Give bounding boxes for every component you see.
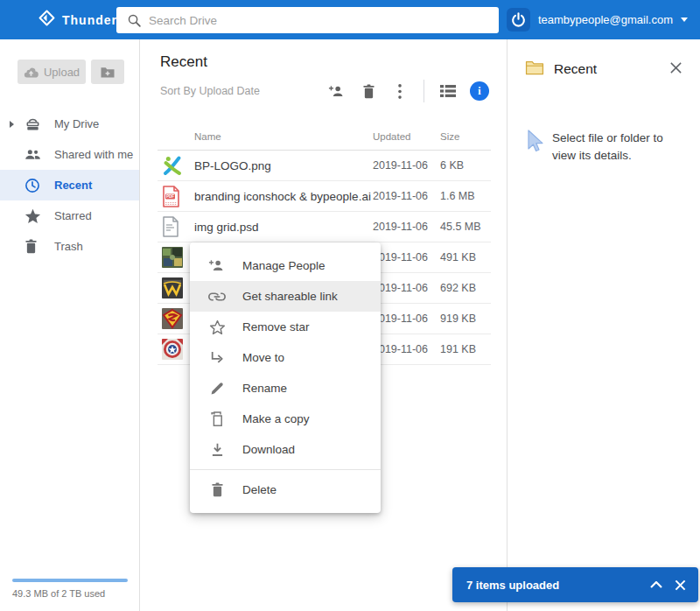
menu-item-download[interactable]: Download (190, 434, 381, 465)
list-view-button[interactable] (437, 80, 459, 102)
upload-snackbar: 7 items uploaded (452, 567, 698, 602)
sort-by-control[interactable]: Sort By Upload Date (160, 85, 260, 97)
table-row[interactable]: PDF branding iconshock & bypeople.ai 201… (158, 181, 491, 212)
menu-item-make-a-copy[interactable]: Make a copy (190, 404, 381, 434)
table-row[interactable]: img grid.psd 2019-11-06 45.5 MB (158, 212, 491, 242)
details-title: Recent (554, 61, 597, 77)
close-snackbar-button[interactable] (675, 579, 686, 591)
sidebar-item-label: Recent (54, 179, 92, 192)
account-menu[interactable]: teambypeople@gmail.com (507, 0, 688, 39)
new-folder-button[interactable] (91, 60, 124, 84)
sidebar-item-my-drive[interactable]: My Drive (0, 109, 139, 139)
generic-file-icon (158, 216, 194, 237)
column-header-size[interactable]: Size (440, 131, 491, 142)
link-icon (206, 292, 228, 301)
sidebar-actions: Upload (0, 39, 139, 109)
person-add-icon (328, 85, 346, 98)
download-icon (206, 443, 228, 457)
delete-button[interactable] (357, 80, 380, 102)
menu-item-manage-people[interactable]: Manage People (190, 250, 381, 281)
file-size: 191 KB (440, 343, 491, 355)
star-icon (23, 208, 54, 224)
column-header-name[interactable]: Name (194, 131, 373, 142)
avatar (507, 8, 530, 32)
storage-indicator: 49.3 MB of 2 TB used (12, 579, 128, 599)
sidebar: Upload My Drive (0, 39, 140, 611)
sidebar-item-label: Shared with me (54, 148, 133, 161)
image-thumbnail-captain-america (158, 339, 194, 360)
storage-progress-bar (12, 579, 128, 582)
more-options-button[interactable] (388, 80, 411, 102)
info-button[interactable]: i (468, 80, 491, 102)
file-name: branding iconshock & bypeople.ai (194, 190, 373, 203)
manage-people-button[interactable] (326, 80, 348, 102)
sidebar-item-starred[interactable]: Starred (0, 200, 139, 231)
topbar: ThunderDrive teambypeople@gmail.com (0, 0, 700, 39)
file-name: BP-LOGO.png (194, 159, 373, 172)
file-updated: 2019-11-06 (373, 313, 440, 325)
close-icon (669, 61, 682, 74)
column-header-updated[interactable]: Updated (373, 131, 440, 142)
trash-icon (23, 239, 54, 254)
thunderdrive-diamond-icon (38, 10, 55, 30)
more-vert-icon (398, 84, 402, 99)
table-row[interactable]: BP-LOGO.png 2019-11-06 6 KB (158, 151, 491, 181)
sidebar-item-label: Starred (54, 209, 92, 222)
menu-item-delete[interactable]: Delete (190, 474, 381, 505)
file-name: img grid.psd (194, 221, 373, 234)
folder-icon (525, 60, 544, 79)
person-add-icon (206, 259, 228, 272)
file-updated: 2019-11-06 (373, 159, 440, 172)
context-menu: Manage People Get shareable link Remove … (190, 242, 381, 513)
sidebar-item-recent[interactable]: Recent (0, 170, 139, 200)
search-input[interactable] (149, 14, 499, 27)
pdf-file-icon: PDF (158, 186, 194, 207)
file-size: 491 KB (440, 251, 491, 263)
close-details-button[interactable] (668, 60, 684, 79)
menu-item-get-shareable-link[interactable]: Get shareable link (190, 281, 381, 312)
file-updated: 2019-11-06 (373, 251, 440, 263)
file-size: 1.6 MB (440, 190, 491, 202)
close-icon (675, 579, 686, 591)
menu-item-move-to[interactable]: Move to (190, 342, 381, 373)
collapse-snackbar-button[interactable] (650, 581, 662, 588)
pencil-icon (206, 382, 228, 396)
file-size: 45.5 MB (440, 221, 491, 233)
toolbar: Sort By Upload Date (140, 71, 507, 111)
details-panel: Recent Select file or folder to view its… (508, 39, 700, 611)
details-header: Recent (508, 39, 700, 79)
file-size: 6 KB (440, 159, 491, 172)
trash-icon (362, 84, 375, 99)
table-header: Name Updated Size (158, 123, 491, 151)
sidebar-item-trash[interactable]: Trash (0, 231, 139, 262)
menu-divider (190, 469, 381, 470)
image-thumbnail-comic (158, 247, 194, 268)
snackbar-text: 7 items uploaded (466, 579, 559, 592)
drive-icon (23, 116, 54, 131)
toolbar-divider (424, 80, 424, 102)
sidebar-item-shared-with-me[interactable]: Shared with me (0, 139, 139, 170)
chevron-up-icon (650, 581, 662, 588)
menu-item-rename[interactable]: Rename (190, 373, 381, 404)
clock-icon (23, 178, 54, 193)
power-icon (511, 12, 526, 27)
image-thumbnail-superman (158, 308, 194, 329)
details-empty-state: Select file or folder to view its detail… (508, 79, 700, 164)
page-title: Recent (140, 39, 507, 71)
image-thumbnail-wonder-woman (158, 277, 194, 298)
folder-plus-icon (100, 66, 116, 79)
file-updated: 2019-11-06 (373, 282, 440, 294)
star-outline-icon (206, 320, 228, 335)
file-updated: 2019-11-06 (373, 343, 440, 355)
search-icon (127, 13, 142, 28)
sidebar-item-label: My Drive (54, 117, 99, 130)
bp-logo-file-icon (158, 155, 194, 176)
copy-icon (206, 411, 228, 427)
delete-icon (206, 482, 228, 497)
file-updated: 2019-11-06 (373, 221, 440, 233)
upload-button[interactable]: Upload (18, 60, 86, 84)
view-list-icon (440, 85, 456, 97)
menu-item-remove-star[interactable]: Remove star (190, 312, 381, 342)
search-box (116, 7, 499, 33)
expand-arrow-icon[interactable] (0, 121, 23, 128)
